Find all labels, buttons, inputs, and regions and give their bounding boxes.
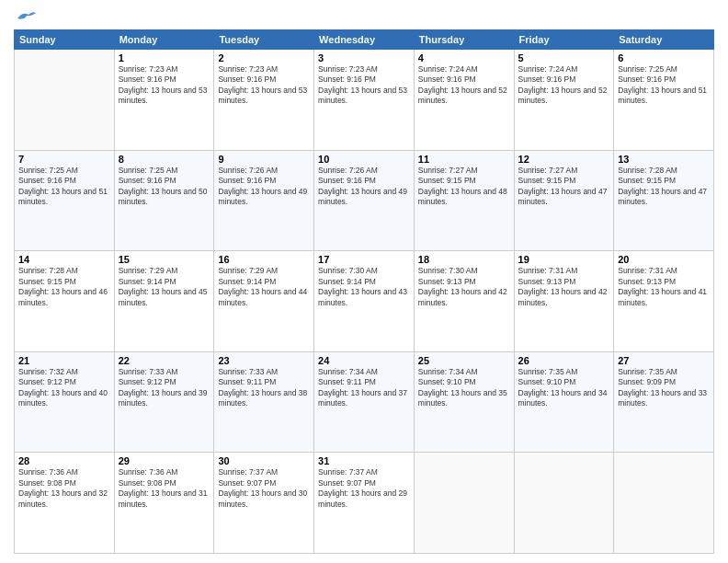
day-info: Sunrise: 7:23 AMSunset: 9:16 PMDaylight:… [218, 64, 310, 107]
day-number: 28 [18, 455, 110, 466]
day-info: Sunrise: 7:26 AMSunset: 9:16 PMDaylight:… [318, 166, 410, 208]
day-number: 26 [518, 355, 610, 366]
day-number: 3 [318, 52, 410, 63]
day-number: 2 [218, 52, 310, 63]
calendar-cell: 3Sunrise: 7:23 AMSunset: 9:16 PMDaylight… [314, 50, 415, 151]
calendar-cell [15, 50, 115, 151]
day-info: Sunrise: 7:31 AMSunset: 9:13 PMDaylight:… [518, 266, 610, 308]
calendar-cell [614, 453, 714, 554]
header [14, 9, 714, 24]
day-number: 10 [318, 154, 410, 165]
day-number: 24 [318, 355, 410, 366]
day-number: 21 [18, 355, 110, 366]
day-info: Sunrise: 7:28 AMSunset: 9:15 PMDaylight:… [618, 166, 710, 208]
day-number: 23 [218, 355, 310, 366]
day-number: 27 [618, 355, 710, 366]
calendar-cell: 12Sunrise: 7:27 AMSunset: 9:15 PMDayligh… [514, 150, 614, 251]
calendar-header-saturday: Saturday [614, 30, 714, 50]
page: SundayMondayTuesdayWednesdayThursdayFrid… [0, 0, 728, 563]
calendar-cell: 16Sunrise: 7:29 AMSunset: 9:14 PMDayligh… [214, 251, 314, 352]
calendar-header-friday: Friday [514, 30, 614, 50]
calendar-header-wednesday: Wednesday [314, 30, 415, 50]
day-number: 30 [218, 455, 310, 466]
calendar-cell: 19Sunrise: 7:31 AMSunset: 9:13 PMDayligh… [514, 251, 614, 352]
day-number: 9 [218, 154, 310, 165]
calendar-cell: 8Sunrise: 7:25 AMSunset: 9:16 PMDaylight… [114, 150, 214, 251]
calendar-cell: 25Sunrise: 7:34 AMSunset: 9:10 PMDayligh… [414, 351, 514, 453]
calendar-cell: 15Sunrise: 7:29 AMSunset: 9:14 PMDayligh… [114, 251, 214, 352]
day-info: Sunrise: 7:27 AMSunset: 9:15 PMDaylight:… [418, 166, 510, 208]
calendar-cell: 10Sunrise: 7:26 AMSunset: 9:16 PMDayligh… [314, 150, 415, 251]
calendar-cell [414, 453, 514, 554]
day-number: 7 [18, 154, 110, 165]
day-number: 20 [618, 254, 710, 265]
day-number: 13 [618, 154, 710, 165]
day-number: 12 [518, 154, 610, 165]
calendar-week-row: 1Sunrise: 7:23 AMSunset: 9:16 PMDaylight… [15, 50, 714, 151]
logo [14, 9, 36, 24]
calendar-week-row: 21Sunrise: 7:32 AMSunset: 9:12 PMDayligh… [15, 351, 714, 453]
day-info: Sunrise: 7:34 AMSunset: 9:10 PMDaylight:… [418, 367, 510, 409]
day-info: Sunrise: 7:25 AMSunset: 9:16 PMDaylight:… [18, 166, 110, 208]
calendar-header-monday: Monday [114, 30, 214, 50]
calendar-cell: 18Sunrise: 7:30 AMSunset: 9:13 PMDayligh… [414, 251, 514, 352]
calendar-cell: 29Sunrise: 7:36 AMSunset: 9:08 PMDayligh… [114, 453, 214, 554]
day-number: 4 [418, 52, 510, 63]
day-info: Sunrise: 7:32 AMSunset: 9:12 PMDaylight:… [18, 367, 110, 409]
day-info: Sunrise: 7:24 AMSunset: 9:16 PMDaylight:… [418, 64, 510, 107]
calendar-week-row: 7Sunrise: 7:25 AMSunset: 9:16 PMDaylight… [15, 150, 714, 251]
day-number: 31 [318, 455, 410, 466]
day-info: Sunrise: 7:23 AMSunset: 9:16 PMDaylight:… [119, 64, 210, 107]
calendar-cell: 22Sunrise: 7:33 AMSunset: 9:12 PMDayligh… [114, 351, 214, 453]
day-number: 16 [218, 254, 310, 265]
calendar-week-row: 14Sunrise: 7:28 AMSunset: 9:15 PMDayligh… [15, 251, 714, 352]
day-info: Sunrise: 7:25 AMSunset: 9:16 PMDaylight:… [119, 166, 210, 208]
day-info: Sunrise: 7:29 AMSunset: 9:14 PMDaylight:… [119, 266, 210, 308]
day-info: Sunrise: 7:28 AMSunset: 9:15 PMDaylight:… [18, 266, 110, 308]
calendar-header-sunday: Sunday [15, 30, 115, 50]
day-number: 5 [518, 52, 610, 63]
calendar-header-thursday: Thursday [414, 30, 514, 50]
day-number: 8 [119, 154, 210, 165]
day-info: Sunrise: 7:26 AMSunset: 9:16 PMDaylight:… [218, 166, 310, 208]
day-number: 17 [318, 254, 410, 265]
day-info: Sunrise: 7:34 AMSunset: 9:11 PMDaylight:… [318, 367, 410, 409]
day-info: Sunrise: 7:36 AMSunset: 9:08 PMDaylight:… [18, 467, 110, 510]
day-info: Sunrise: 7:27 AMSunset: 9:15 PMDaylight:… [518, 166, 610, 208]
day-info: Sunrise: 7:36 AMSunset: 9:08 PMDaylight:… [119, 467, 210, 510]
day-number: 15 [119, 254, 210, 265]
calendar-cell [514, 453, 614, 554]
calendar-cell: 11Sunrise: 7:27 AMSunset: 9:15 PMDayligh… [414, 150, 514, 251]
day-info: Sunrise: 7:35 AMSunset: 9:10 PMDaylight:… [518, 367, 610, 409]
calendar-header-tuesday: Tuesday [214, 30, 314, 50]
calendar-cell: 2Sunrise: 7:23 AMSunset: 9:16 PMDaylight… [214, 50, 314, 151]
day-info: Sunrise: 7:31 AMSunset: 9:13 PMDaylight:… [618, 266, 710, 308]
calendar-cell: 30Sunrise: 7:37 AMSunset: 9:07 PMDayligh… [214, 453, 314, 554]
day-info: Sunrise: 7:33 AMSunset: 9:12 PMDaylight:… [119, 367, 210, 409]
day-number: 19 [518, 254, 610, 265]
day-number: 11 [418, 154, 510, 165]
day-info: Sunrise: 7:30 AMSunset: 9:14 PMDaylight:… [318, 266, 410, 308]
day-info: Sunrise: 7:37 AMSunset: 9:07 PMDaylight:… [218, 467, 310, 510]
calendar-cell: 27Sunrise: 7:35 AMSunset: 9:09 PMDayligh… [614, 351, 714, 453]
calendar-cell: 26Sunrise: 7:35 AMSunset: 9:10 PMDayligh… [514, 351, 614, 453]
calendar-cell: 31Sunrise: 7:37 AMSunset: 9:07 PMDayligh… [314, 453, 415, 554]
calendar-cell: 14Sunrise: 7:28 AMSunset: 9:15 PMDayligh… [15, 251, 115, 352]
calendar-header-row: SundayMondayTuesdayWednesdayThursdayFrid… [15, 30, 714, 50]
calendar-cell: 28Sunrise: 7:36 AMSunset: 9:08 PMDayligh… [15, 453, 115, 554]
calendar-cell: 9Sunrise: 7:26 AMSunset: 9:16 PMDaylight… [214, 150, 314, 251]
calendar-cell: 23Sunrise: 7:33 AMSunset: 9:11 PMDayligh… [214, 351, 314, 453]
calendar-cell: 13Sunrise: 7:28 AMSunset: 9:15 PMDayligh… [614, 150, 714, 251]
calendar-cell: 21Sunrise: 7:32 AMSunset: 9:12 PMDayligh… [15, 351, 115, 453]
day-number: 25 [418, 355, 510, 366]
day-number: 22 [119, 355, 210, 366]
day-info: Sunrise: 7:23 AMSunset: 9:16 PMDaylight:… [318, 64, 410, 107]
day-number: 6 [618, 52, 710, 63]
day-info: Sunrise: 7:29 AMSunset: 9:14 PMDaylight:… [218, 266, 310, 308]
day-info: Sunrise: 7:30 AMSunset: 9:13 PMDaylight:… [418, 266, 510, 308]
day-info: Sunrise: 7:37 AMSunset: 9:07 PMDaylight:… [318, 467, 410, 510]
day-number: 29 [119, 455, 210, 466]
day-number: 1 [119, 52, 210, 63]
calendar-cell: 7Sunrise: 7:25 AMSunset: 9:16 PMDaylight… [15, 150, 115, 251]
calendar-cell: 17Sunrise: 7:30 AMSunset: 9:14 PMDayligh… [314, 251, 415, 352]
